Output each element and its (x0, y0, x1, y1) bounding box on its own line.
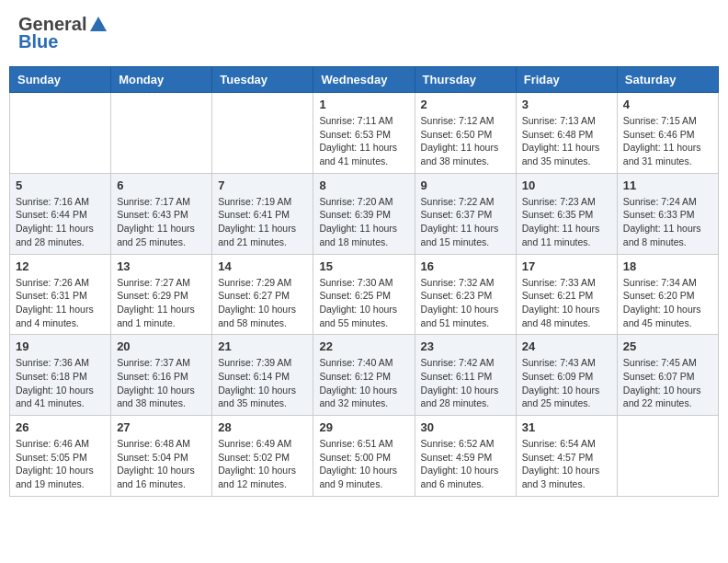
day-number: 6 (117, 178, 206, 192)
day-of-week-header: Friday (516, 67, 617, 93)
day-number: 24 (522, 339, 611, 353)
day-number: 22 (319, 339, 408, 353)
calendar-day-cell: 31Sunrise: 6:54 AM Sunset: 4:57 PM Dayli… (516, 416, 617, 497)
day-info: Sunrise: 7:26 AM Sunset: 6:31 PM Dayligh… (16, 276, 105, 330)
day-info: Sunrise: 7:37 AM Sunset: 6:16 PM Dayligh… (117, 356, 206, 410)
calendar-day-cell: 7Sunrise: 7:19 AM Sunset: 6:41 PM Daylig… (212, 173, 313, 254)
calendar-day-cell: 17Sunrise: 7:33 AM Sunset: 6:21 PM Dayli… (516, 254, 617, 335)
day-info: Sunrise: 6:49 AM Sunset: 5:02 PM Dayligh… (218, 437, 307, 491)
calendar-week-row: 26Sunrise: 6:46 AM Sunset: 5:05 PM Dayli… (10, 416, 719, 497)
day-number: 8 (319, 178, 408, 192)
day-of-week-header: Tuesday (212, 67, 313, 93)
day-number: 21 (218, 339, 307, 353)
calendar-day-cell (212, 93, 313, 174)
page-header: General Blue (9, 9, 719, 57)
calendar-day-cell (10, 93, 111, 174)
calendar-day-cell: 21Sunrise: 7:39 AM Sunset: 6:14 PM Dayli… (212, 335, 313, 416)
calendar-day-cell: 4Sunrise: 7:15 AM Sunset: 6:46 PM Daylig… (617, 93, 718, 174)
calendar-day-cell: 27Sunrise: 6:48 AM Sunset: 5:04 PM Dayli… (111, 416, 212, 497)
day-number: 4 (623, 98, 712, 111)
calendar-day-cell: 18Sunrise: 7:34 AM Sunset: 6:20 PM Dayli… (617, 254, 718, 335)
calendar-day-cell: 14Sunrise: 7:29 AM Sunset: 6:27 PM Dayli… (212, 254, 313, 335)
calendar-week-row: 1Sunrise: 7:11 AM Sunset: 6:53 PM Daylig… (10, 93, 719, 174)
day-info: Sunrise: 7:30 AM Sunset: 6:25 PM Dayligh… (319, 276, 408, 330)
calendar-week-row: 5Sunrise: 7:16 AM Sunset: 6:44 PM Daylig… (10, 173, 719, 254)
calendar-body: 1Sunrise: 7:11 AM Sunset: 6:53 PM Daylig… (10, 93, 719, 497)
day-info: Sunrise: 6:54 AM Sunset: 4:57 PM Dayligh… (522, 437, 611, 491)
calendar-day-cell: 15Sunrise: 7:30 AM Sunset: 6:25 PM Dayli… (313, 254, 415, 335)
calendar-day-cell: 23Sunrise: 7:42 AM Sunset: 6:11 PM Dayli… (415, 335, 516, 416)
calendar-day-cell: 10Sunrise: 7:23 AM Sunset: 6:35 PM Dayli… (516, 173, 617, 254)
day-info: Sunrise: 7:36 AM Sunset: 6:18 PM Dayligh… (16, 356, 105, 410)
day-of-week-header: Thursday (415, 67, 516, 93)
day-number: 10 (522, 178, 611, 192)
day-number: 7 (218, 178, 307, 192)
day-number: 28 (218, 420, 307, 434)
day-number: 20 (117, 339, 206, 353)
day-number: 26 (16, 420, 105, 434)
day-info: Sunrise: 7:23 AM Sunset: 6:35 PM Dayligh… (522, 195, 611, 249)
calendar-day-cell: 25Sunrise: 7:45 AM Sunset: 6:07 PM Dayli… (617, 335, 718, 416)
day-number: 17 (522, 259, 611, 273)
day-info: Sunrise: 7:27 AM Sunset: 6:29 PM Dayligh… (117, 276, 206, 330)
day-info: Sunrise: 7:15 AM Sunset: 6:46 PM Dayligh… (623, 114, 712, 168)
day-number: 14 (218, 259, 307, 273)
calendar-day-cell: 16Sunrise: 7:32 AM Sunset: 6:23 PM Dayli… (415, 254, 516, 335)
day-info: Sunrise: 7:42 AM Sunset: 6:11 PM Dayligh… (421, 356, 510, 410)
day-info: Sunrise: 7:43 AM Sunset: 6:09 PM Dayligh… (522, 356, 611, 410)
calendar-day-cell: 2Sunrise: 7:12 AM Sunset: 6:50 PM Daylig… (415, 93, 516, 174)
day-info: Sunrise: 6:46 AM Sunset: 5:05 PM Dayligh… (16, 437, 105, 491)
calendar-day-cell: 8Sunrise: 7:20 AM Sunset: 6:39 PM Daylig… (313, 173, 415, 254)
calendar-week-row: 19Sunrise: 7:36 AM Sunset: 6:18 PM Dayli… (10, 335, 719, 416)
day-info: Sunrise: 7:17 AM Sunset: 6:43 PM Dayligh… (117, 195, 206, 249)
day-number: 2 (421, 98, 510, 111)
day-number: 5 (16, 178, 105, 192)
day-number: 31 (522, 420, 611, 434)
days-of-week-row: SundayMondayTuesdayWednesdayThursdayFrid… (10, 67, 719, 93)
day-info: Sunrise: 7:34 AM Sunset: 6:20 PM Dayligh… (623, 276, 712, 330)
day-info: Sunrise: 7:19 AM Sunset: 6:41 PM Dayligh… (218, 195, 307, 249)
day-number: 27 (117, 420, 206, 434)
day-number: 30 (421, 420, 510, 434)
day-info: Sunrise: 7:33 AM Sunset: 6:21 PM Dayligh… (522, 276, 611, 330)
day-number: 15 (319, 259, 408, 273)
calendar-day-cell: 9Sunrise: 7:22 AM Sunset: 6:37 PM Daylig… (415, 173, 516, 254)
day-number: 3 (522, 98, 611, 111)
day-info: Sunrise: 7:22 AM Sunset: 6:37 PM Dayligh… (421, 195, 510, 249)
day-info: Sunrise: 7:24 AM Sunset: 6:33 PM Dayligh… (623, 195, 712, 249)
calendar-day-cell: 6Sunrise: 7:17 AM Sunset: 6:43 PM Daylig… (111, 173, 212, 254)
day-info: Sunrise: 7:20 AM Sunset: 6:39 PM Dayligh… (319, 195, 408, 249)
calendar-week-row: 12Sunrise: 7:26 AM Sunset: 6:31 PM Dayli… (10, 254, 719, 335)
day-number: 29 (319, 420, 408, 434)
calendar-day-cell (111, 93, 212, 174)
calendar-header: SundayMondayTuesdayWednesdayThursdayFrid… (10, 67, 719, 93)
logo: General Blue (18, 14, 108, 52)
day-info: Sunrise: 7:40 AM Sunset: 6:12 PM Dayligh… (319, 356, 408, 410)
day-number: 18 (623, 259, 712, 273)
calendar-day-cell: 28Sunrise: 6:49 AM Sunset: 5:02 PM Dayli… (212, 416, 313, 497)
day-of-week-header: Wednesday (313, 67, 415, 93)
calendar-day-cell: 12Sunrise: 7:26 AM Sunset: 6:31 PM Dayli… (10, 254, 111, 335)
calendar-day-cell: 22Sunrise: 7:40 AM Sunset: 6:12 PM Dayli… (313, 335, 415, 416)
logo-blue-text: Blue (18, 31, 58, 52)
day-info: Sunrise: 7:45 AM Sunset: 6:07 PM Dayligh… (623, 356, 712, 410)
calendar-day-cell: 1Sunrise: 7:11 AM Sunset: 6:53 PM Daylig… (313, 93, 415, 174)
day-info: Sunrise: 7:11 AM Sunset: 6:53 PM Dayligh… (319, 114, 408, 168)
day-number: 13 (117, 259, 206, 273)
day-number: 9 (421, 178, 510, 192)
calendar-day-cell: 26Sunrise: 6:46 AM Sunset: 5:05 PM Dayli… (10, 416, 111, 497)
calendar-day-cell: 19Sunrise: 7:36 AM Sunset: 6:18 PM Dayli… (10, 335, 111, 416)
day-info: Sunrise: 6:48 AM Sunset: 5:04 PM Dayligh… (117, 437, 206, 491)
day-number: 23 (421, 339, 510, 353)
day-number: 1 (319, 98, 408, 111)
calendar-day-cell: 30Sunrise: 6:52 AM Sunset: 4:59 PM Dayli… (415, 416, 516, 497)
calendar-day-cell: 29Sunrise: 6:51 AM Sunset: 5:00 PM Dayli… (313, 416, 415, 497)
logo-icon (88, 15, 108, 35)
day-info: Sunrise: 6:52 AM Sunset: 4:59 PM Dayligh… (421, 437, 510, 491)
svg-marker-0 (90, 17, 107, 31)
calendar-day-cell: 5Sunrise: 7:16 AM Sunset: 6:44 PM Daylig… (10, 173, 111, 254)
calendar-day-cell: 11Sunrise: 7:24 AM Sunset: 6:33 PM Dayli… (617, 173, 718, 254)
day-number: 11 (623, 178, 712, 192)
calendar-day-cell (617, 416, 718, 497)
calendar-day-cell: 20Sunrise: 7:37 AM Sunset: 6:16 PM Dayli… (111, 335, 212, 416)
